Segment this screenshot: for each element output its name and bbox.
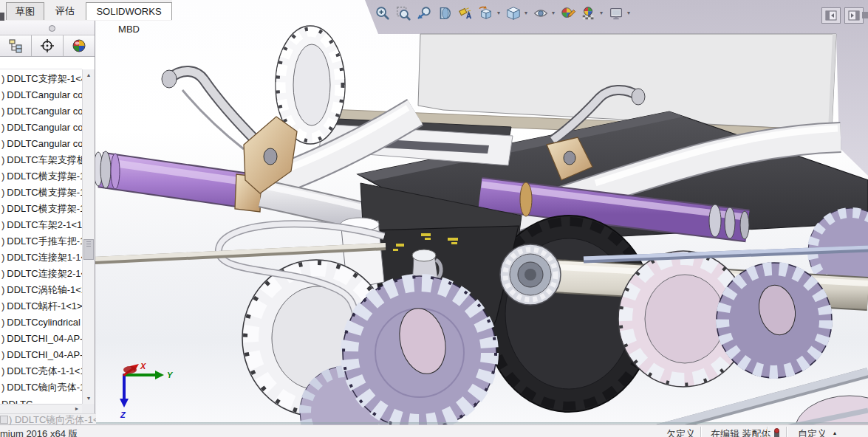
status-editing-assembly: 在编辑 装配体	[711, 427, 771, 437]
tree-item[interactable]: )DDLTCHI_04-AP--	[0, 347, 82, 363]
view-orientation-icon	[478, 5, 494, 21]
manager-tab-bar	[0, 35, 95, 57]
corner-chip	[0, 13, 4, 21]
view-settings-caret[interactable]: ▾	[627, 4, 630, 23]
viewport-bottom-edge	[95, 422, 868, 424]
dynamic-annotation-views-button[interactable]	[456, 4, 475, 23]
scrollbar-corner	[82, 404, 95, 413]
triad-x-label: X	[140, 362, 146, 371]
tree-item[interactable]: )DDLTC蜗杆-1<1>	[0, 298, 82, 314]
triad-z-label: Z	[120, 410, 126, 419]
feature-tree-list: )DDLTC支撑架-1<4)DDLTCangular co)DDLTCangul…	[0, 71, 82, 399]
scroll-up-button[interactable]: ▲	[83, 69, 95, 80]
collapse-left-pane-button[interactable]	[821, 7, 841, 24]
scroll-right-button[interactable]: ►	[72, 405, 82, 413]
gear-right[interactable]	[717, 263, 832, 378]
tree-vertical-scrollbar[interactable]: ▲ ▼	[82, 69, 95, 404]
component-icon	[0, 416, 8, 424]
display-colors-icon	[72, 38, 86, 53]
display-style-icon	[505, 5, 522, 21]
ghost-item-label: DDLTC镜向壳体-1<	[15, 414, 96, 425]
graphics-viewport[interactable]: X Y Z	[0, 0, 868, 437]
display-style-caret[interactable]: ▾	[524, 4, 527, 23]
tree-item[interactable]: )DDLTCangular co	[0, 136, 82, 152]
heads-up-toolbar: ▾ ▾ ▾	[373, 4, 632, 23]
tree-item[interactable]: )DDLTC手推车把-1<	[0, 233, 82, 250]
panel-header	[0, 21, 95, 35]
tree-item[interactable]: )DDLTC镜向壳体-1<	[0, 379, 82, 396]
display-style-button[interactable]	[504, 4, 523, 23]
status-custom-dropdown[interactable]: 自定义	[798, 427, 827, 437]
section-view-button[interactable]	[435, 4, 454, 23]
view-settings-button[interactable]	[606, 4, 626, 23]
feature-manager-panel: )DDLTC支撑架-1<4)DDLTCangular co)DDLTCangul…	[0, 21, 95, 413]
panel-pin-icon[interactable]	[49, 25, 55, 32]
property-manager-tab[interactable]	[32, 35, 64, 56]
status-sketch-icon[interactable]	[773, 428, 781, 437]
section-view-icon	[437, 5, 453, 21]
feature-tree-tab[interactable]	[0, 35, 32, 56]
hide-show-items-icon	[533, 5, 549, 21]
zoom-to-area-button[interactable]	[394, 4, 413, 23]
collapse-left-icon	[825, 10, 837, 21]
origin-crosshair-icon	[40, 38, 55, 53]
feature-tree-icon	[8, 38, 23, 53]
previous-view-icon	[416, 5, 432, 21]
tree-item[interactable]: )DDLTC连接架2-1<	[0, 266, 82, 282]
zoom-to-area-icon	[395, 5, 411, 21]
tree-item[interactable]: )DDLTC横支撑架-1<	[0, 201, 82, 217]
tree-item[interactable]: )DDLTC车架2-1<1>	[0, 217, 82, 233]
tree-item[interactable]: )DDLTCHI_04-AP--	[0, 331, 82, 347]
ghost-prefix: )	[9, 414, 12, 425]
tree-item[interactable]: )DDLTC横支撑架-1<	[0, 168, 82, 185]
collapse-right-pane-button[interactable]	[844, 7, 864, 24]
tree-divider	[0, 69, 82, 69]
tab-solidworks-mbd[interactable]: SOLIDWORKS MBD	[86, 2, 172, 20]
tab-sketch[interactable]: 草图	[6, 2, 44, 20]
hide-show-items-button[interactable]	[531, 4, 550, 23]
command-manager-tabs: 草图 评估 SOLIDWORKS MBD	[0, 0, 172, 21]
tree-item[interactable]: )DDLTC壳体-1-1<1	[0, 363, 82, 379]
apply-scene-button[interactable]	[579, 4, 598, 23]
tree-item[interactable]: )DDLTCangular co	[0, 87, 82, 103]
tree-item[interactable]: )DDLTCangular co	[0, 120, 82, 136]
edge-stub	[862, 12, 868, 18]
tree-item[interactable]: )DDLTC连接架1-1<	[0, 250, 82, 266]
ghost-tree-row: ) DDLTC镜向壳体-1<	[0, 413, 96, 425]
tree-horizontal-scrollbar[interactable]: ►	[0, 404, 82, 413]
scrollbar-thumb[interactable]	[83, 239, 94, 260]
status-under-defined: 欠定义	[666, 427, 695, 437]
tree-item[interactable]: )DDLTCangular co	[0, 103, 82, 120]
view-orientation-button[interactable]	[476, 4, 496, 23]
zoom-to-fit-icon	[375, 5, 391, 21]
apply-scene-caret[interactable]: ▾	[600, 4, 603, 23]
scroll-down-button[interactable]: ▼	[83, 393, 95, 404]
view-orientation-caret[interactable]: ▾	[497, 4, 500, 23]
tree-item[interactable]: )DDLTC涡轮轴-1<1	[0, 282, 82, 298]
edit-appearance-button[interactable]	[558, 4, 578, 23]
view-settings-icon	[608, 5, 624, 21]
gear-main[interactable]	[343, 276, 496, 430]
dynamic-annotation-views-icon	[457, 5, 474, 21]
status-bar: mium 2016 x64 版 欠定义 在编辑 装配体 自定义 ▴	[0, 424, 868, 437]
status-version-text: mium 2016 x64 版	[0, 427, 78, 437]
tree-item-partial[interactable]: DDLTC	[0, 399, 83, 404]
status-expand-arrow[interactable]: ▴	[833, 430, 836, 436]
tree-item[interactable]: )DDLTC车架支撑板-	[0, 152, 82, 168]
display-manager-tab[interactable]	[64, 35, 95, 56]
tab-evaluate[interactable]: 评估	[45, 2, 85, 20]
tree-item[interactable]: )DDLTC支撑架-1<4	[0, 71, 82, 87]
previous-view-button[interactable]	[414, 4, 434, 23]
tree-item[interactable]: )DDLTC横支撑架-1<	[0, 185, 82, 201]
bearing-center[interactable]	[500, 244, 561, 305]
edit-appearance-icon	[560, 5, 576, 21]
tree-item[interactable]: )DDLTCcylindrical r	[0, 314, 82, 331]
collapse-right-icon	[848, 10, 860, 21]
apply-scene-icon	[581, 5, 597, 21]
hide-show-items-caret[interactable]: ▾	[552, 4, 555, 23]
zoom-to-fit-button[interactable]	[373, 4, 392, 23]
